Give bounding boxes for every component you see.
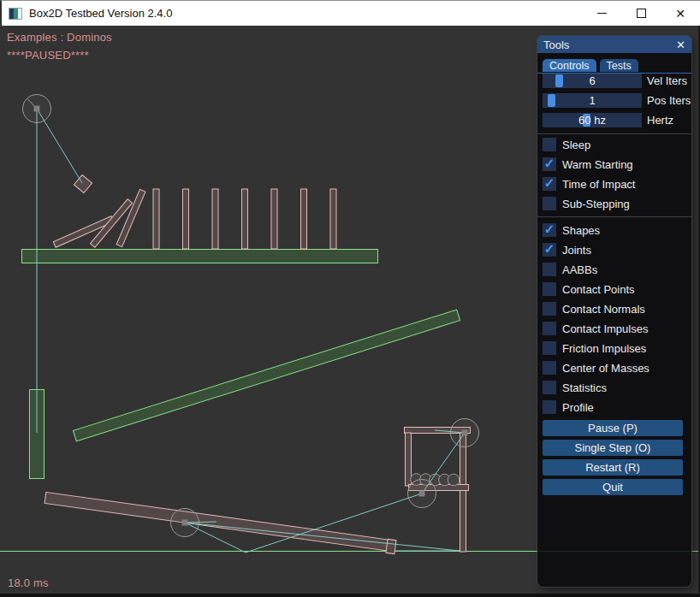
domino-upright[interactable] (183, 189, 189, 249)
checkbox-label: Contact Normals (562, 303, 645, 316)
tab-tests[interactable]: Tests (600, 59, 638, 72)
small-ball[interactable] (448, 474, 460, 486)
checkbox-aabbs[interactable]: ✓ AABBs (543, 263, 691, 276)
check-icon: ✓ (544, 241, 555, 257)
checkbox-box[interactable]: ✓ (543, 197, 556, 210)
close-button[interactable]: ✕ (661, 1, 700, 27)
checkbox-box[interactable]: ✓ (543, 400, 556, 414)
dynamic-bodies[interactable] (44, 174, 470, 553)
checkbox-sleep[interactable]: ✓ Sleep (543, 138, 691, 151)
domino-upright[interactable] (242, 189, 248, 249)
separator (537, 216, 691, 217)
maximize-icon (637, 9, 646, 18)
joint-line (37, 109, 82, 183)
static-green-bodies (22, 250, 460, 479)
pause-button[interactable]: Pause (P) (543, 420, 683, 436)
slider-value: 1 (543, 93, 642, 108)
minimize-button[interactable] (582, 1, 621, 27)
simulation-canvas[interactable]: Examples : Dominos ****PAUSED**** 18.0 m… (0, 26, 700, 597)
checkbox-statistics[interactable]: ✓ Statistics (543, 381, 691, 394)
window-title: Box2D Testbed Version 2.4.0 (29, 7, 172, 20)
domino-shelf (22, 250, 378, 263)
checkbox-contact-normals[interactable]: ✓ Contact Normals (543, 302, 691, 316)
panel-close-icon[interactable]: ✕ (676, 39, 685, 50)
checkbox-time-of-impact[interactable]: ✓ Time of Impact (543, 177, 691, 191)
slider-hertz[interactable]: 60 hz Hertz (543, 113, 691, 127)
checkbox-box[interactable]: ✓ (543, 177, 556, 191)
checkbox-sub-stepping[interactable]: ✓ Sub-Stepping (543, 197, 691, 210)
checkbox-friction-impulses[interactable]: ✓ Friction Impulses (543, 341, 691, 355)
slider-pos-iters[interactable]: 1 Pos Iters (543, 93, 691, 108)
slider-vel-iters[interactable]: 6 Vel Iters (543, 74, 691, 88)
checkbox-center-of-masses[interactable]: ✓ Center of Masses (543, 361, 691, 375)
domino-upright[interactable] (153, 189, 159, 249)
slider-track[interactable]: 6 (543, 74, 642, 88)
tab-bar: Controls Tests (543, 59, 691, 72)
tools-panel: Tools ✕ Controls Tests 6 Vel Iters 1 Pos… (537, 36, 691, 587)
slider-track[interactable]: 60 hz (543, 113, 642, 127)
checkbox-label: Contact Impulses (562, 322, 648, 335)
anchor-square (462, 430, 468, 436)
checkbox-box[interactable]: ✓ (543, 138, 556, 151)
pendulum-box[interactable] (74, 174, 92, 192)
titlebar: Box2D Testbed Version 2.4.0 ✕ (0, 0, 700, 26)
domino-upright[interactable] (271, 189, 277, 249)
checkbox-label: AABBs (562, 263, 597, 276)
checkbox-profile[interactable]: ✓ Profile (543, 400, 691, 414)
restart-button[interactable]: Restart (R) (543, 459, 683, 476)
checkbox-box[interactable]: ✓ (543, 263, 556, 276)
slider-label: Hertz (647, 114, 673, 127)
seesaw-plank[interactable] (44, 493, 392, 552)
joint-anchors (34, 106, 468, 526)
checkbox-warm-starting[interactable]: ✓ Warm Starting (543, 157, 691, 171)
checkbox-box[interactable]: ✓ (543, 223, 556, 237)
checkbox-joints[interactable]: ✓ Joints (543, 243, 691, 257)
checkbox-box[interactable]: ✓ (543, 243, 556, 257)
domino-upright[interactable] (212, 189, 218, 249)
checkbox-label: Profile (562, 401, 594, 414)
paused-label: ****PAUSED**** (7, 49, 89, 62)
anchor-square (34, 106, 40, 112)
checkbox-label: Joints (562, 244, 591, 257)
window-frame-edge (0, 594, 700, 597)
checkbox-box[interactable]: ✓ (543, 381, 556, 394)
draw-options: ✓ Shapes ✓ Joints ✓ AABBs ✓ Contact Poin… (537, 223, 691, 414)
app-icon (9, 8, 22, 20)
checkbox-contact-points[interactable]: ✓ Contact Points (543, 282, 691, 296)
checkbox-label: Warm Starting (562, 158, 633, 171)
slider-track[interactable]: 1 (543, 93, 642, 108)
checkbox-label: Sleep (562, 139, 590, 151)
solver-options: ✓ Sleep ✓ Warm Starting ✓ Time of Impact… (537, 138, 691, 210)
plank-end-block[interactable] (386, 539, 396, 553)
checkbox-contact-impulses[interactable]: ✓ Contact Impulses (543, 322, 691, 335)
frame-right-post[interactable] (460, 433, 466, 552)
frame-time-label: 18.0 ms (8, 576, 49, 589)
domino-upright[interactable] (330, 189, 336, 249)
domino-upright[interactable] (301, 189, 307, 249)
checkbox-box[interactable]: ✓ (543, 341, 556, 355)
checkbox-box[interactable]: ✓ (543, 361, 556, 375)
quit-button[interactable]: Quit (543, 479, 683, 495)
checkbox-label: Time of Impact (562, 178, 635, 191)
checkbox-box[interactable]: ✓ (543, 302, 556, 316)
panel-titlebar[interactable]: Tools ✕ (537, 36, 691, 53)
single-step-button[interactable]: Single Step (O) (543, 440, 683, 456)
checkbox-shapes[interactable]: ✓ Shapes (543, 223, 691, 237)
check-icon: ✓ (544, 222, 555, 237)
close-icon: ✕ (675, 8, 685, 20)
tab-controls[interactable]: Controls (543, 59, 596, 72)
checkbox-label: Shapes (562, 224, 600, 237)
panel-title: Tools (543, 38, 569, 51)
checkbox-box[interactable]: ✓ (543, 282, 556, 296)
app-icon-part (18, 9, 21, 19)
checkbox-label: Statistics (562, 381, 607, 394)
check-icon: ✓ (544, 156, 555, 171)
maximize-button[interactable] (621, 1, 661, 27)
example-label: Examples : Dominos (7, 31, 112, 44)
checkbox-box[interactable]: ✓ (543, 157, 556, 171)
checkbox-label: Contact Points (562, 283, 635, 296)
domino-fallen[interactable] (116, 189, 145, 246)
ground-line-showthrough (538, 551, 691, 552)
minimize-icon (597, 13, 607, 14)
checkbox-box[interactable]: ✓ (543, 322, 556, 335)
